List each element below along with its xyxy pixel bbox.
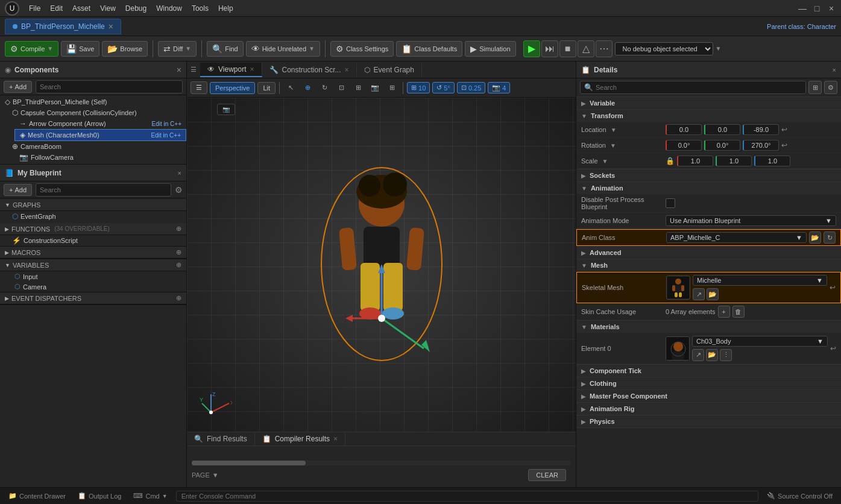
skeletal-mesh-reset[interactable]: ↩ <box>830 283 836 292</box>
rotation-reset[interactable]: ↩ <box>781 141 787 150</box>
animation-mode-dropdown[interactable]: Use Animation Blueprint ▼ <box>666 215 836 226</box>
mesh-section-header[interactable]: ▼ Mesh <box>576 259 841 271</box>
component-tick-header[interactable]: ▶ Component Tick <box>576 365 841 377</box>
physics-header[interactable]: ▶ Physics <box>576 415 841 427</box>
details-settings-button[interactable]: ⚙ <box>824 81 837 94</box>
construction-script-item[interactable]: ⚡ ConstructionScript <box>0 235 186 246</box>
rotation-y[interactable]: 0.0° <box>704 140 740 151</box>
class-defaults-button[interactable]: 📋 Class Defaults <box>396 41 462 57</box>
animation-rig-header[interactable]: ▶ Animation Rig <box>576 403 841 415</box>
lit-button[interactable]: Lit <box>257 82 276 94</box>
components-close-button[interactable]: × <box>177 65 181 75</box>
skin-cache-add-button[interactable]: + <box>718 306 730 318</box>
browse-button[interactable]: 📂 Browse <box>102 41 148 57</box>
local-button[interactable]: ⊞ <box>351 81 365 95</box>
diff-dropdown-arrow[interactable]: ▼ <box>185 45 191 52</box>
compile-dropdown-arrow[interactable]: ▼ <box>47 45 53 52</box>
viewport-tab-close[interactable]: × <box>250 65 254 74</box>
location-expand[interactable]: ▼ <box>611 127 617 133</box>
rotation-expand[interactable]: ▼ <box>610 142 616 149</box>
viewport-menu-button[interactable]: ☰ <box>191 81 207 94</box>
sockets-section-header[interactable]: ▶ Sockets <box>576 169 841 181</box>
more-button[interactable]: ⋯ <box>596 40 613 57</box>
save-button[interactable]: 💾 Save <box>61 41 99 57</box>
grid-size-button[interactable]: ⊞ 10 <box>407 82 430 93</box>
minimize-button[interactable]: — <box>798 4 807 13</box>
pause-button[interactable]: △ <box>578 40 594 57</box>
location-z[interactable]: -89.0 <box>743 124 779 135</box>
tree-item-self[interactable]: ◇ BP_ThirdPerson_Michelle (Self) <box>0 96 186 107</box>
skeletal-mesh-dropdown[interactable]: Michelle ▼ <box>693 275 827 286</box>
dispatchers-add-button[interactable]: ⊕ <box>176 294 181 302</box>
diff-button[interactable]: ⇄ Diff ▼ <box>158 41 197 57</box>
scale-button[interactable]: ⊡ <box>334 81 348 95</box>
find-button[interactable]: 🔍 Find <box>207 41 243 57</box>
macros-header[interactable]: ▶ MACROS ⊕ <box>0 247 186 259</box>
menu-help[interactable]: Help <box>213 3 238 14</box>
tab-close-button[interactable]: × <box>109 22 113 31</box>
arrow-edit-cpp[interactable]: Edit in C++ <box>152 121 181 127</box>
tree-item-mesh[interactable]: ◈ Mesh (CharacterMesh0) Edit in C++ <box>14 129 186 141</box>
details-close-button[interactable]: × <box>833 66 836 74</box>
viewport-canvas[interactable]: 📷 X Y Z <box>187 98 576 432</box>
anim-class-dropdown[interactable]: ABP_Michelle_C ▼ <box>666 232 807 243</box>
material-goto-button[interactable]: ↗ <box>692 349 704 361</box>
scale-y[interactable]: 1.0 <box>716 156 752 166</box>
debug-dropdown-arrow[interactable]: ▼ <box>716 45 722 52</box>
tab-viewport[interactable]: 👁 Viewport × <box>200 63 262 77</box>
rotate-button[interactable]: ↻ <box>317 81 332 95</box>
tree-item-arrow[interactable]: → Arrow Component (Arrow) Edit in C++ <box>14 118 186 129</box>
mesh-edit-cpp[interactable]: Edit in C++ <box>151 132 181 139</box>
tree-item-camera-boom[interactable]: ⊕ CameraBoom <box>7 141 186 152</box>
play-button[interactable]: ▶ <box>523 40 540 57</box>
components-search-input[interactable] <box>36 80 183 93</box>
clothing-header[interactable]: ▶ Clothing <box>576 377 841 389</box>
grid-snap-button[interactable]: ⊞ <box>385 81 399 95</box>
menu-window[interactable]: Window <box>151 3 187 14</box>
output-log-button[interactable]: 📋 Output Log <box>74 491 125 501</box>
stop-button[interactable]: ■ <box>559 40 576 57</box>
location-x[interactable]: 0.0 <box>666 124 702 135</box>
tab-hamburger-menu[interactable]: ☰ <box>187 64 200 75</box>
scale-x[interactable]: 1.0 <box>677 156 713 166</box>
page-selector[interactable]: PAGE ▼ <box>192 471 219 479</box>
angle-button[interactable]: ↺ 5° <box>432 82 455 93</box>
rotation-z[interactable]: 270.0° <box>743 140 779 151</box>
tab-find-results[interactable]: 🔍 Find Results <box>187 432 255 446</box>
scale-lock-icon[interactable]: 🔒 <box>666 157 675 165</box>
blueprint-settings-icon[interactable]: ⚙ <box>175 185 183 195</box>
tab-compiler-results[interactable]: 📋 Compiler Results × <box>255 432 345 446</box>
skin-cache-remove-button[interactable]: 🗑 <box>732 306 745 318</box>
main-tab[interactable]: BP_ThirdPerson_Michelle × <box>5 19 121 34</box>
functions-add-button[interactable]: ⊕ <box>176 225 181 233</box>
console-command-input[interactable] <box>176 491 758 502</box>
clear-button[interactable]: CLEAR <box>528 469 566 481</box>
maximize-button[interactable]: □ <box>812 4 822 13</box>
results-scrollbar-track[interactable] <box>192 461 571 465</box>
anim-class-reset-button[interactable]: ↻ <box>824 232 836 244</box>
variables-add-button[interactable]: ⊕ <box>176 261 181 269</box>
tree-item-follow-camera[interactable]: 📷 FollowCamera <box>14 152 186 163</box>
material-reset[interactable]: ↩ <box>830 344 836 353</box>
camera-speed-button[interactable]: 📷 4 <box>488 82 510 93</box>
menu-debug[interactable]: Debug <box>121 3 151 14</box>
scale-z[interactable]: 1.0 <box>754 156 790 166</box>
menu-edit[interactable]: Edit <box>45 3 68 14</box>
cursor-mode-button[interactable]: ↖ <box>283 81 298 95</box>
tree-item-capsule[interactable]: ⬡ Capsule Component (CollisionCylinder) <box>7 107 186 118</box>
translate-button[interactable]: ⊕ <box>300 81 315 95</box>
hide-dropdown-arrow[interactable]: ▼ <box>309 45 315 52</box>
anim-class-browse-button[interactable]: 📂 <box>809 232 821 244</box>
tab-construction[interactable]: 🔧 Construction Scr... × <box>262 63 357 77</box>
location-reset[interactable]: ↩ <box>781 125 787 134</box>
master-pose-header[interactable]: ▶ Master Pose Component <box>576 390 841 402</box>
scale-snap-button[interactable]: ⊡ 0.25 <box>457 82 485 93</box>
animation-section-header[interactable]: ▼ Animation <box>576 182 841 194</box>
rotation-x[interactable]: 0.0° <box>666 140 702 151</box>
location-y[interactable]: 0.0 <box>704 124 740 135</box>
components-add-button[interactable]: + + Add Add <box>4 81 32 93</box>
source-control-button[interactable]: 🔌 Source Control Off <box>763 491 836 501</box>
simulation-button[interactable]: ▶ Simulation <box>465 41 515 57</box>
debug-object-select[interactable]: No debug object selected <box>615 42 713 55</box>
material-more-button[interactable]: ⋮ <box>720 349 732 361</box>
